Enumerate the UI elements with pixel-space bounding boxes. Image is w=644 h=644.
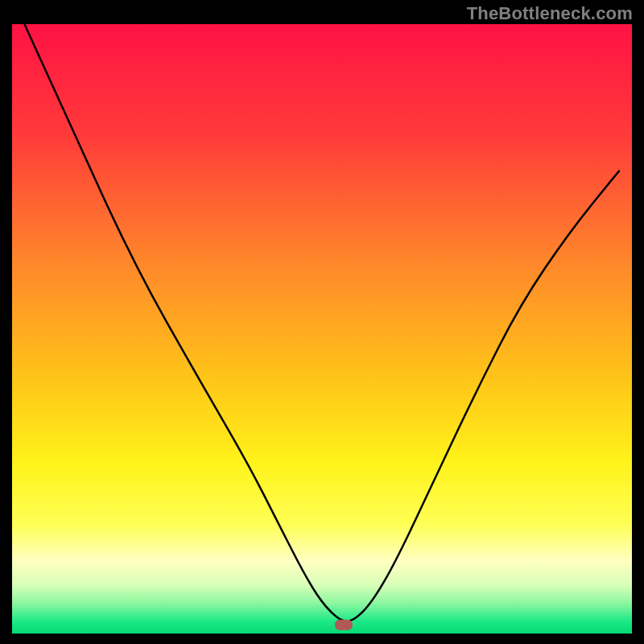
bottleneck-plot xyxy=(0,0,644,644)
watermark-text: TheBottleneck.com xyxy=(467,3,633,24)
chart-container: TheBottleneck.com xyxy=(0,0,644,644)
plot-background xyxy=(12,24,632,634)
optimal-marker xyxy=(335,620,353,630)
